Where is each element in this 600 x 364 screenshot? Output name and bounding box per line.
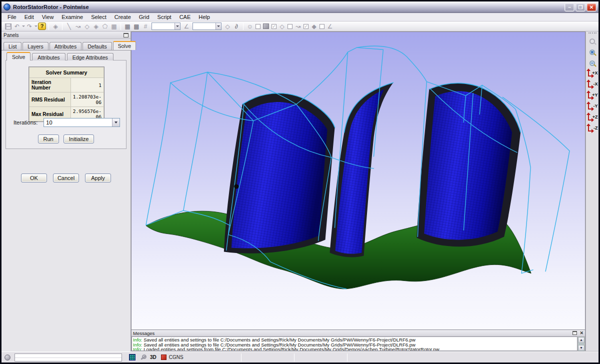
subtab-solve[interactable]: Solve xyxy=(6,52,30,60)
toolbar-separator xyxy=(243,23,244,30)
block-icon[interactable]: ▦ xyxy=(110,22,118,30)
tab-defaults[interactable]: Defaults xyxy=(82,42,112,50)
redo-dropdown-icon[interactable] xyxy=(34,22,38,30)
iteration-number-value: 1 xyxy=(71,78,104,92)
menu-create[interactable]: Create xyxy=(110,14,135,20)
zoom-box-icon[interactable] xyxy=(587,47,598,58)
show-spacings-checkbox[interactable] xyxy=(320,24,324,29)
extrude-icon[interactable]: ⬠ xyxy=(100,22,110,30)
layers-icon[interactable]: ◈ xyxy=(51,22,60,30)
menu-file[interactable]: File xyxy=(4,14,20,20)
run-button[interactable]: Run xyxy=(38,134,59,144)
apply-button[interactable]: Apply xyxy=(85,174,111,182)
tab-solve[interactable]: Solve xyxy=(113,41,136,50)
initialize-button[interactable]: Initialize xyxy=(64,134,94,144)
cae-solver-icon xyxy=(161,354,166,360)
messages-scrollbar[interactable]: ▲ ▼ xyxy=(578,336,585,351)
iteration-number-label: Iteration Number xyxy=(30,78,70,92)
3d-viewport[interactable] xyxy=(131,32,586,330)
combo-arrow-icon[interactable] xyxy=(174,23,180,30)
messages-title: Messages xyxy=(133,330,570,336)
partial-derivative-icon[interactable]: ∂ xyxy=(232,22,241,30)
undo-dropdown-icon[interactable] xyxy=(22,22,25,30)
message-log[interactable]: Info: Saved all entities and settings to… xyxy=(132,336,578,351)
spline-icon[interactable]: ↝ xyxy=(74,22,82,30)
subtab-attributes[interactable]: Attributes xyxy=(32,53,65,60)
structured-grid-icon[interactable]: ▦ xyxy=(123,22,132,30)
axis-icon xyxy=(588,103,592,110)
undo-icon[interactable]: ↶ xyxy=(12,22,22,30)
view-minus-y-button[interactable]: -Y xyxy=(587,102,598,112)
tool-probe-icon[interactable] xyxy=(140,354,146,361)
view-plus-x-button[interactable]: +X xyxy=(587,69,598,79)
angle2-icon[interactable]: ∠ xyxy=(326,22,334,30)
menu-view[interactable]: View xyxy=(38,14,58,20)
diamond2-icon[interactable]: ◆ xyxy=(310,22,318,30)
cube-icon[interactable] xyxy=(262,22,270,30)
title-bar[interactable]: RotorStatorRotor - Pointwise – ❐ ✕ xyxy=(2,2,598,13)
menu-help[interactable]: Help xyxy=(194,14,214,20)
two-point-curve-icon[interactable]: ╲ xyxy=(64,22,74,30)
float-panel-icon[interactable] xyxy=(572,331,577,335)
redo-icon[interactable]: ↷ xyxy=(25,22,34,30)
view-minus-x-button[interactable]: -X xyxy=(587,80,598,90)
menu-select[interactable]: Select xyxy=(87,14,110,20)
scroll-thumb[interactable] xyxy=(578,344,584,344)
angle-combobox[interactable] xyxy=(192,22,222,30)
domain-mesh-icon[interactable]: ◈ xyxy=(92,22,100,30)
scroll-up-icon[interactable]: ▲ xyxy=(578,337,584,343)
tab-list[interactable]: List xyxy=(4,42,22,50)
connector-icon[interactable]: ↝ xyxy=(294,22,302,30)
view-minus-z-button[interactable]: -Z xyxy=(587,124,598,134)
domain-icon[interactable]: ◇ xyxy=(82,22,92,30)
app-icon xyxy=(4,4,10,10)
grid-point-marker xyxy=(234,184,238,189)
close-button[interactable]: ✕ xyxy=(586,3,596,12)
tab-layers[interactable]: Layers xyxy=(22,42,48,50)
zoom-fit-icon[interactable] xyxy=(587,58,598,68)
show-connectors-checkbox[interactable]: ✓ xyxy=(304,24,308,29)
diamond-tool-icon[interactable]: ◇ xyxy=(223,22,232,30)
flat-domain-icon[interactable]: ◇ xyxy=(278,22,286,30)
menu-edit[interactable]: Edit xyxy=(20,14,38,20)
rms-residual-label: RMS Residual xyxy=(30,92,70,106)
restore-button[interactable]: ❐ xyxy=(576,3,586,12)
zoom-icon[interactable] xyxy=(587,36,598,46)
unstructured-grid-icon[interactable]: ▩ xyxy=(132,22,141,30)
subtab-edge-attributes[interactable]: Edge Attributes xyxy=(67,53,114,60)
combo-arrow-icon[interactable] xyxy=(216,23,221,30)
combo-arrow-icon[interactable] xyxy=(112,118,120,126)
messages-panel: Messages ✕ Info: Saved all entities and … xyxy=(131,330,586,352)
iterations-combobox[interactable]: 10 xyxy=(44,118,120,127)
dimension-mode-label[interactable]: 3D xyxy=(150,354,156,360)
grid-mode-icon[interactable] xyxy=(129,354,136,360)
tab-attributes[interactable]: Attributes xyxy=(50,42,82,50)
show-points-checkbox[interactable] xyxy=(256,24,260,29)
show-domains-checkbox[interactable] xyxy=(288,24,292,29)
view-plus-y-button[interactable]: +Y xyxy=(587,91,598,101)
toolbar-grip[interactable] xyxy=(588,32,596,34)
ok-button[interactable]: OK xyxy=(21,174,47,182)
menu-script[interactable]: Script xyxy=(154,14,176,20)
menu-examine[interactable]: Examine xyxy=(58,14,87,20)
iterations-value: 10 xyxy=(44,120,112,126)
cancel-button[interactable]: Cancel xyxy=(53,174,79,182)
scroll-down-icon[interactable]: ▼ xyxy=(578,345,584,351)
save-icon[interactable] xyxy=(4,22,12,30)
minimize-button[interactable]: – xyxy=(564,3,574,12)
solver-summary-title: Solver Summary xyxy=(30,68,104,78)
close-panel-icon[interactable]: ✕ xyxy=(580,331,584,335)
dimension-combobox[interactable] xyxy=(152,22,180,30)
angle-icon[interactable]: ∠ xyxy=(182,22,191,30)
show-blocks-checkbox[interactable]: ✓ xyxy=(272,24,276,29)
dimension-icon[interactable]: # xyxy=(141,22,150,30)
panels-header: Panels xyxy=(2,32,130,39)
cae-solver-label[interactable]: CGNS xyxy=(169,354,184,360)
mask-icon[interactable]: ☺ xyxy=(246,22,254,30)
view-plus-z-button[interactable]: +Z xyxy=(587,113,598,123)
help-icon[interactable]: ? xyxy=(38,22,46,30)
menu-cae[interactable]: CAE xyxy=(176,14,195,20)
menu-grid[interactable]: Grid xyxy=(135,14,154,20)
float-panel-icon[interactable] xyxy=(124,33,128,38)
app-window: RotorStatorRotor - Pointwise – ❐ ✕ File … xyxy=(0,0,600,364)
